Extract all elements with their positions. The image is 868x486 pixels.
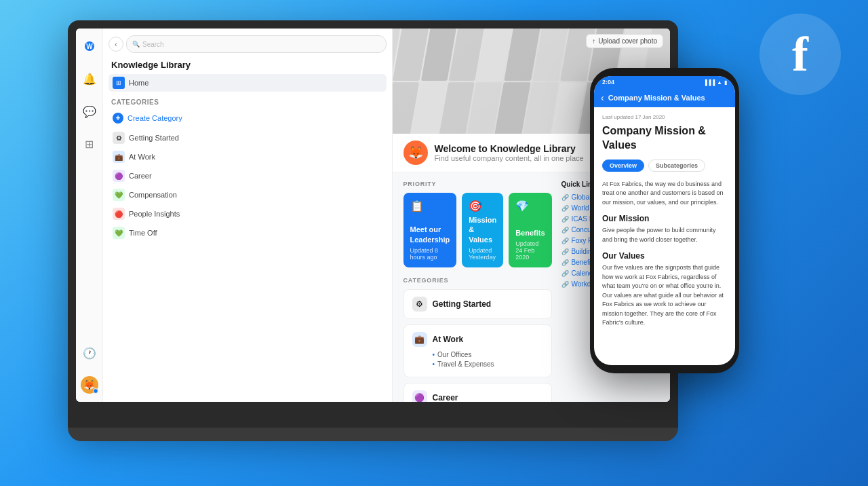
- leadership-card-updated: Updated 8 hours ago: [410, 247, 450, 261]
- mission-card-title: Mission & Values: [469, 215, 496, 244]
- wifi-icon: ▲: [717, 79, 722, 86]
- phone-header: ‹ Company Mission & Values: [594, 88, 735, 107]
- at-work-subitems: Our Offices Travel & Expenses: [412, 351, 543, 368]
- laptop-body: W 🔔 💬 ⊞ 🕐 🦊 ‹ 🔍 Searc: [68, 20, 678, 428]
- link-icon-2: 🔗: [561, 216, 569, 223]
- aw-row-icon: 💼: [412, 332, 427, 347]
- avatar-status-dot: [93, 388, 98, 394]
- link-icon-3: 🔗: [561, 227, 569, 233]
- category-row-at-work[interactable]: 💼 At Work Our Offices Travel & Expenses: [403, 324, 552, 377]
- mission-card-updated: Updated Yesterday: [469, 247, 496, 261]
- leadership-icon: 📋: [410, 200, 450, 212]
- priority-cards: 📋 Meet our Leadership Updated 8 hours ag…: [403, 193, 552, 267]
- offices-label: Our Offices: [437, 351, 471, 358]
- phone-mission-title: Our Mission: [602, 214, 727, 223]
- phone-tabs: Overview Subcategories: [602, 160, 727, 172]
- travel-item[interactable]: Travel & Expenses: [433, 360, 543, 368]
- sidebar-item-career[interactable]: 🟣 Career: [108, 167, 387, 185]
- fb-logo-circle: f: [760, 14, 841, 95]
- sidebar-item-compensation[interactable]: 💚 Compensation: [108, 186, 387, 204]
- benefits-card-title: Benefits: [515, 228, 545, 238]
- aw-row-title: At Work: [433, 335, 464, 344]
- home-item-icon: ⊞: [113, 77, 125, 89]
- link-icon-5: 🔗: [561, 248, 569, 255]
- link-icon-6: 🔗: [561, 259, 569, 266]
- battery-icon: ▮: [724, 79, 727, 86]
- back-button[interactable]: ‹: [108, 37, 123, 52]
- phone-main-title: Company Mission & Values: [602, 124, 727, 153]
- link-icon-7: 🔗: [561, 270, 569, 277]
- mission-icon: 🎯: [469, 200, 496, 212]
- phone-values-text: Our five values are the signposts that g…: [602, 263, 727, 328]
- career-row-header: 🟣 Career: [412, 390, 543, 402]
- time-off-icon: 💚: [113, 227, 125, 239]
- phone-back-button[interactable]: ‹: [601, 92, 604, 103]
- sidebar-panel: ‹ 🔍 Search Knowledge Library ⊞ Home Cate…: [103, 29, 393, 402]
- leadership-card-title: Meet our Leadership: [410, 225, 450, 244]
- getting-started-label: Getting Started: [129, 134, 179, 142]
- search-placeholder: Search: [142, 41, 164, 48]
- offices-item[interactable]: Our Offices: [433, 351, 543, 358]
- getting-started-icon: ⚙: [113, 132, 125, 144]
- link-icon-1: 🔗: [561, 205, 569, 212]
- grid-icon[interactable]: ⊞: [80, 134, 99, 153]
- phone-values-title: Our Values: [602, 251, 727, 261]
- priority-label: PRIORITY: [403, 181, 552, 187]
- clock-icon[interactable]: 🕐: [80, 343, 99, 362]
- gs-row-title: Getting Started: [433, 299, 492, 309]
- user-avatar[interactable]: 🦊: [81, 376, 98, 394]
- sidebar-item-time-off[interactable]: 💚 Time Off: [108, 224, 387, 242]
- laptop-screen: W 🔔 💬 ⊞ 🕐 🦊 ‹ 🔍 Searc: [76, 29, 670, 402]
- categories-section-label: CATEGORIES: [403, 277, 552, 284]
- compensation-icon: 💚: [113, 189, 125, 201]
- at-work-row-header: 💼 At Work: [412, 332, 543, 347]
- plus-icon: +: [113, 113, 123, 124]
- phone-screen: 2:04 ▐▐▐ ▲ ▮ ‹ Company Mission & Values …: [594, 76, 735, 365]
- at-work-label: At Work: [129, 153, 155, 161]
- sidebar-item-getting-started[interactable]: ⚙ Getting Started: [108, 129, 387, 147]
- phone-tab-overview[interactable]: Overview: [602, 160, 644, 172]
- category-row-getting-started[interactable]: ⚙ Getting Started: [403, 289, 552, 319]
- search-bar[interactable]: 🔍 Search: [126, 35, 387, 53]
- phone-time: 2:04: [602, 79, 614, 86]
- upload-btn-label: Upload cover photo: [598, 37, 657, 45]
- phone-intro-text: At Fox Fabrics, the way we do business a…: [602, 180, 727, 208]
- fb-letter: f: [792, 30, 808, 79]
- phone-status-icons: ▐▐▐ ▲ ▮: [703, 79, 727, 86]
- search-icon: 🔍: [132, 41, 140, 48]
- bell-icon[interactable]: 🔔: [80, 69, 99, 88]
- home-icon[interactable]: W: [80, 37, 99, 56]
- laptop-base: [68, 428, 678, 441]
- sidebar-item-people-insights[interactable]: 🔴 People Insights: [108, 205, 387, 223]
- page-icon: 🦊: [403, 141, 428, 165]
- sidebar-item-at-work[interactable]: 💼 At Work: [108, 148, 387, 166]
- people-insights-label: People Insights: [129, 210, 180, 218]
- phone-tab-subcategories[interactable]: Subcategories: [648, 160, 705, 172]
- time-off-label: Time Off: [129, 229, 157, 237]
- chat-icon[interactable]: 💬: [80, 102, 99, 121]
- priority-card-mission[interactable]: 🎯 Mission & Values Updated Yesterday: [462, 193, 503, 267]
- career-row-title: Career: [433, 393, 458, 402]
- create-category-label: Create Category: [127, 114, 182, 122]
- gs-row-icon: ⚙: [412, 297, 427, 312]
- category-row-career[interactable]: 🟣 Career My Career Internal Mobility: [403, 383, 552, 402]
- travel-label: Travel & Expenses: [437, 360, 494, 368]
- priority-card-leadership[interactable]: 📋 Meet our Leadership Updated 8 hours ag…: [403, 193, 457, 267]
- upload-cover-btn[interactable]: ↑ Upload cover photo: [586, 34, 663, 48]
- create-category-btn[interactable]: + Create Category: [108, 110, 387, 126]
- phone-body: 2:04 ▐▐▐ ▲ ▮ ‹ Company Mission & Values …: [590, 68, 739, 373]
- phone-device: 2:04 ▐▐▐ ▲ ▮ ‹ Company Mission & Values …: [590, 68, 739, 373]
- phone-body-content: Last updated 17 Jan 2020 Company Mission…: [594, 107, 735, 365]
- content-left: PRIORITY 📋 Meet our Leadership Updated 8…: [403, 181, 552, 394]
- getting-started-row-header: ⚙ Getting Started: [412, 297, 543, 312]
- home-item-label: Home: [129, 79, 149, 87]
- link-icon-0: 🔗: [561, 194, 569, 201]
- career-row-icon: 🟣: [412, 390, 427, 402]
- priority-card-benefits[interactable]: 💎 Benefits Updated 24 Feb 2020: [509, 193, 551, 267]
- compensation-label: Compensation: [129, 191, 177, 199]
- link-icon-8: 🔗: [561, 281, 569, 288]
- benefits-icon: 💎: [515, 200, 545, 212]
- sidebar-item-home[interactable]: ⊞ Home: [108, 74, 387, 92]
- phone-mission-text: Give people the power to build community…: [602, 226, 727, 244]
- sidebar-title: Knowledge Library: [108, 60, 387, 70]
